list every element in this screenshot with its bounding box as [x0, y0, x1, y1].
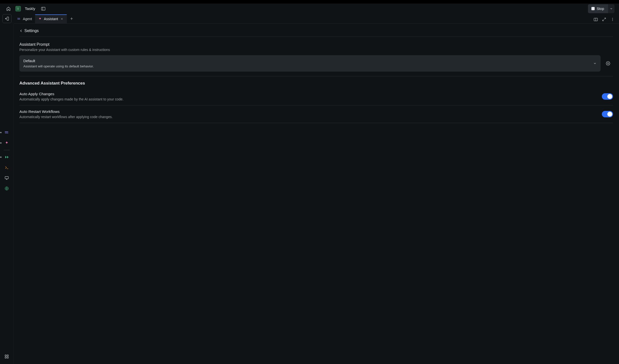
chevron-left-icon — [19, 29, 23, 33]
tab-label: Agent — [23, 17, 32, 21]
svg-point-3 — [612, 18, 613, 18]
top-header: Taskly Stop — [0, 0, 619, 14]
settings-back-button[interactable]: Settings — [19, 28, 613, 37]
panel-toggle-button[interactable] — [39, 5, 47, 13]
panel-icon — [41, 7, 45, 11]
active-dot-icon — [0, 157, 1, 158]
svg-rect-9 — [7, 355, 8, 356]
stop-menu-button[interactable] — [608, 4, 615, 13]
prompt-settings-button[interactable] — [603, 55, 613, 72]
git-panel-button[interactable] — [2, 14, 11, 23]
stop-label: Stop — [597, 7, 604, 11]
assistant-prompt-subtitle: Personalize your Assistant with custom r… — [19, 47, 613, 55]
prompt-selected-subtitle: Assistant will operate using its default… — [23, 63, 593, 68]
rail-terminal[interactable] — [2, 163, 11, 172]
auto-apply-toggle[interactable] — [602, 93, 613, 100]
svg-rect-1 — [7, 17, 9, 20]
toggle-knob — [607, 112, 612, 117]
waves-icon — [17, 17, 21, 21]
svg-rect-6 — [5, 177, 8, 179]
split-icon — [594, 18, 598, 21]
chevron-down-icon — [610, 7, 613, 10]
stop-button[interactable]: Stop — [588, 4, 608, 13]
prompt-row: Default Assistant will operate using its… — [19, 55, 613, 72]
svg-point-12 — [608, 63, 609, 64]
pref-title: Auto Restart Workflows — [19, 109, 602, 114]
split-pane-button[interactable] — [592, 15, 600, 23]
git-arrow-icon — [5, 16, 9, 21]
svg-rect-0 — [41, 7, 45, 10]
tab-bar: Agent Assistant — [14, 14, 619, 24]
svg-point-5 — [612, 20, 613, 21]
tab-right-controls — [592, 15, 619, 23]
project-icon[interactable] — [15, 6, 21, 11]
rail-preview[interactable] — [2, 174, 11, 182]
sparkle-icon — [38, 17, 42, 21]
advanced-preferences-title: Advanced Assistant Preferences — [19, 81, 613, 88]
stop-icon — [591, 7, 595, 10]
more-vertical-icon — [611, 17, 615, 21]
rail-agent[interactable] — [2, 128, 11, 137]
settings-panel: Settings Assistant Prompt Personalize yo… — [13, 24, 619, 364]
rail-assistant[interactable] — [2, 138, 11, 147]
svg-rect-10 — [5, 357, 6, 358]
play-forward-icon — [4, 155, 9, 159]
rail-run[interactable] — [2, 153, 11, 162]
checklist-icon — [17, 7, 20, 10]
close-icon — [61, 18, 63, 20]
stop-button-group: Stop — [588, 4, 615, 13]
tab-assistant[interactable]: Assistant — [35, 14, 67, 23]
monitor-icon — [4, 176, 9, 180]
chevron-down-icon — [593, 62, 597, 65]
prompt-selector[interactable]: Default Assistant will operate using its… — [19, 55, 601, 72]
apps-grid-icon — [4, 354, 9, 359]
svg-rect-11 — [7, 357, 8, 358]
more-button[interactable] — [609, 15, 617, 23]
rail-separator — [4, 150, 10, 150]
active-dot-icon — [0, 142, 1, 144]
rail-deploy[interactable] — [2, 184, 11, 193]
sparkle-icon — [4, 141, 9, 145]
close-tab-button[interactable] — [60, 17, 64, 21]
auto-restart-toggle[interactable] — [602, 111, 613, 117]
tab-agent[interactable]: Agent — [14, 14, 35, 23]
app-shell: Settings Assistant Prompt Personalize yo… — [0, 24, 619, 364]
pref-auto-apply: Auto Apply Changes Automatically apply c… — [19, 88, 613, 105]
terminal-icon — [4, 165, 9, 170]
left-rail — [0, 24, 13, 364]
assistant-prompt-title: Assistant Prompt — [19, 37, 613, 47]
expand-button[interactable] — [600, 15, 608, 23]
waves-icon — [4, 130, 9, 135]
svg-rect-8 — [5, 355, 6, 356]
prompt-selected-title: Default — [23, 59, 593, 63]
gear-icon — [606, 61, 610, 66]
rail-all-tools[interactable] — [2, 352, 11, 361]
home-icon — [6, 6, 11, 11]
globe-icon — [4, 186, 9, 191]
pref-subtitle: Automatically restart workflows after ap… — [19, 114, 602, 119]
project-title[interactable]: Taskly — [25, 6, 35, 11]
new-tab-button[interactable] — [68, 15, 75, 22]
active-dot-icon — [0, 132, 1, 133]
home-button[interactable] — [4, 5, 12, 13]
settings-heading: Settings — [24, 29, 39, 33]
svg-point-4 — [612, 19, 613, 20]
section-divider — [19, 76, 613, 76]
pref-auto-restart: Auto Restart Workflows Automatically res… — [19, 105, 613, 123]
toggle-knob — [607, 94, 612, 99]
pref-title: Auto Apply Changes — [19, 92, 602, 96]
plus-icon — [70, 17, 73, 20]
tab-label: Assistant — [44, 17, 58, 21]
expand-icon — [602, 17, 606, 21]
tab-row: Agent Assistant — [0, 14, 619, 24]
pref-subtitle: Automatically apply changes made by the … — [19, 96, 602, 101]
